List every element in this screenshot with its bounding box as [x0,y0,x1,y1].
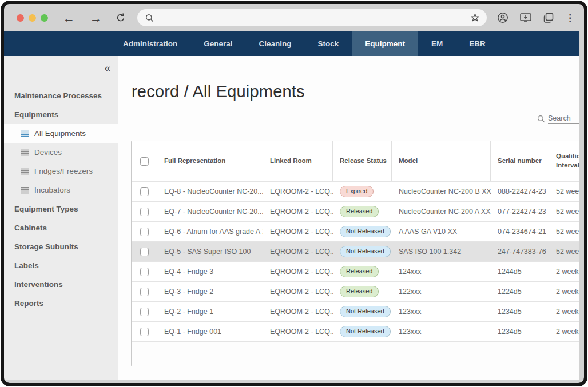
cell-full-representation[interactable]: EQ-6 - Atrium for AAS grade A 1 [157,228,263,236]
reload-icon [116,13,126,23]
cell-linked-room[interactable]: EQROOM-2 - LCQ.. [263,208,333,216]
row-checkbox[interactable] [140,248,149,256]
sidebar-item-label: Reports [14,299,43,308]
status-badge: Not Released [340,246,391,257]
cell-linked-room[interactable]: EQROOM-2 - LCQ.. [263,288,333,296]
equipment-table: Full Representation Linked Room Release … [131,141,579,366]
sidebar-item-interventions[interactable]: Interventions [4,275,118,294]
sidebar-item-incubators[interactable]: Incubators [4,181,118,200]
column-header-serial-number[interactable]: Serial number [491,141,549,181]
sidebar-item-equipment-types[interactable]: Equipment Types [4,200,118,218]
cell-linked-room[interactable]: EQROOM-2 - LCQ.. [263,187,333,196]
nav-tab-em[interactable]: EM [418,31,456,56]
bookmark-star-icon[interactable] [470,13,480,23]
cell-full-representation[interactable]: EQ-8 - NucleoCounter NC-20... [157,187,263,196]
cell-full-representation[interactable]: EQ-2 - Fridge 1 [157,308,263,316]
cell-qualification-interval: 2 weeks [549,308,579,316]
cell-qualification-interval: 2 weeks [549,268,579,276]
cell-linked-room[interactable]: EQROOM-2 - LCQ.. [263,248,333,256]
minimize-window-button[interactable] [29,14,36,22]
row-checkbox[interactable] [140,187,149,196]
cell-model: NucleoCounter NC-200 B XX [392,187,491,196]
sidebar-item-storage-subunits[interactable]: Storage Subunits [4,237,118,256]
row-checkbox-cell [132,288,157,296]
cell-release-status: Released [333,206,392,217]
status-badge: Not Released [340,326,391,337]
row-checkbox[interactable] [140,208,149,216]
column-header-qualification-interval[interactable]: Qualification Interval [549,141,579,181]
cell-model: NucleoCounter NC-200 A XX [392,208,491,216]
nav-tab-cleaning[interactable]: Cleaning [246,31,305,56]
nav-tab-equipment[interactable]: Equipment [352,31,418,56]
sidebar-item-labels[interactable]: Labels [4,256,118,275]
row-checkbox-cell [132,308,157,316]
nav-tab-stock[interactable]: Stock [305,31,352,56]
row-checkbox[interactable] [140,228,149,236]
cell-serial-number: 1234d5 [491,308,549,316]
sidebar-item-equipments[interactable]: Equipments [4,105,118,124]
sidebar-item-all-equipments[interactable]: All Equipments [4,124,118,143]
table-row[interactable]: EQ-2 - Fridge 1EQROOM-2 - LCQ..Not Relea… [132,301,579,321]
table-row[interactable]: EQ-7 - NucleoCounter NC-20...EQROOM-2 - … [132,201,579,221]
search-icon [145,14,154,22]
forward-button[interactable]: → [90,12,102,24]
sidebar-item-reports[interactable]: Reports [4,294,118,313]
app-nav-bar: AdministrationGeneralCleaningStockEquipm… [4,31,579,56]
send-to-device-icon[interactable] [519,12,532,23]
cell-linked-room[interactable]: EQROOM-2 - LCQ.. [263,268,333,276]
close-window-button[interactable] [17,14,24,22]
sidebar-collapse-button[interactable]: « [104,62,110,73]
cell-serial-number: 247-747383-76 [491,248,549,256]
cell-release-status: Expired [333,186,392,197]
table-row[interactable]: EQ-4 - Fridge 3EQROOM-2 - LCQ..Released1… [132,261,579,281]
column-header-full-representation[interactable]: Full Representation [157,141,263,181]
zoom-window-button[interactable] [41,14,48,22]
row-checkbox[interactable] [140,328,149,336]
cell-full-representation[interactable]: EQ-1 - Fridge 001 [157,328,263,336]
table-row[interactable]: EQ-6 - Atrium for AAS grade A 1EQROOM-2 … [132,221,579,241]
profile-icon[interactable] [497,12,508,23]
cell-linked-room[interactable]: EQROOM-2 - LCQ.. [263,328,333,336]
cell-full-representation[interactable]: EQ-5 - SAS Super ISO 100 [157,248,263,256]
address-input[interactable] [158,14,466,22]
nav-tab-administration[interactable]: Administration [110,31,190,56]
select-all-checkbox[interactable] [140,157,149,166]
address-bar[interactable] [137,9,487,26]
search-input[interactable] [548,113,579,124]
sidebar-item-label: Fridges/Freezers [34,167,93,175]
tabs-icon[interactable] [543,12,554,23]
nav-tab-ebr[interactable]: EBR [456,31,499,56]
sidebar-item-maintenance-processes[interactable]: Maintenance Processes [4,86,118,105]
nav-tab-general[interactable]: General [190,31,245,56]
table-row[interactable]: EQ-8 - NucleoCounter NC-20...EQROOM-2 - … [132,181,579,201]
row-checkbox[interactable] [140,308,149,316]
sidebar-item-fridges-freezers[interactable]: Fridges/Freezers [4,162,118,181]
column-header-linked-room[interactable]: Linked Room [263,141,333,181]
column-header-release-status[interactable]: Release Status [333,141,392,181]
sidebar-item-label: Equipment Types [14,205,78,213]
cell-full-representation[interactable]: EQ-7 - NucleoCounter NC-20... [157,208,263,216]
cell-linked-room[interactable]: EQROOM-2 - LCQ.. [263,228,333,236]
cell-full-representation[interactable]: EQ-4 - Fridge 3 [157,268,263,276]
reload-button[interactable] [116,13,126,23]
sidebar-item-devices[interactable]: Devices [4,143,118,162]
header-checkbox-cell [132,141,157,181]
table-row[interactable]: EQ-5 - SAS Super ISO 100EQROOM-2 - LCQ..… [132,241,579,261]
row-checkbox-cell [132,248,157,256]
sidebar-item-label: Storage Subunits [14,242,78,251]
cell-model: 123xxx [392,328,491,336]
back-button[interactable]: ← [63,12,75,24]
table-row[interactable]: EQ-3 - Fridge 2EQROOM-2 - LCQ..Released1… [132,281,579,301]
sidebar-item-label: Interventions [14,280,63,289]
sidebar-item-label: Devices [34,148,62,157]
sidebar-item-cabinets[interactable]: Cabinets [4,218,118,237]
cell-release-status: Not Released [333,326,392,337]
cell-linked-room[interactable]: EQROOM-2 - LCQ.. [263,308,333,316]
browser-menu-icon[interactable]: ⋮ [565,13,575,23]
row-checkbox[interactable] [140,288,149,296]
sidebar-item-label: Cabinets [14,224,47,232]
row-checkbox[interactable] [140,268,149,276]
table-row[interactable]: EQ-1 - Fridge 001EQROOM-2 - LCQ..Not Rel… [132,321,579,341]
column-header-model[interactable]: Model [392,141,491,181]
cell-full-representation[interactable]: EQ-3 - Fridge 2 [157,288,263,296]
